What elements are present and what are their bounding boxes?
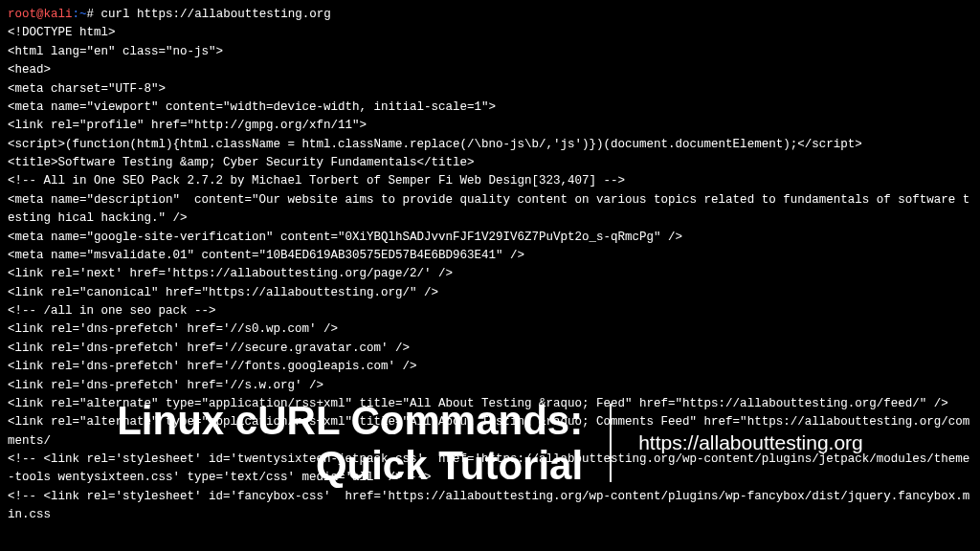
output-line: <meta name="google-site-verification" co… [8, 231, 682, 244]
vertical-divider [610, 404, 612, 482]
prompt-path: ~ [79, 8, 87, 21]
output-line: <link rel='next' href='https://allaboutt… [8, 267, 453, 280]
prompt-hash: # [87, 8, 95, 21]
output-line: <html lang="en" class="no-js"> [8, 45, 223, 58]
output-line: <script>(function(html){html.className =… [8, 138, 862, 151]
output-line: <link rel='dns-prefetch' href='//s0.wp.c… [8, 322, 338, 336]
output-line: <!-- /all in one seo pack --> [8, 304, 216, 318]
output-line: <head> [8, 63, 51, 77]
title-block: Linux cURL Commands: Quick Tutorial [117, 398, 583, 488]
output-line: <!-- All in One SEO Pack 2.7.2 by Michae… [8, 174, 625, 187]
output-line: <link rel="profile" href="http://gmpg.or… [8, 119, 367, 132]
output-line: <meta charset="UTF-8"> [8, 82, 166, 96]
output-line: <meta name="msvalidate.01" content="10B4… [8, 249, 524, 262]
output-line: <!DOCTYPE html> [8, 26, 116, 39]
output-line: <title>Software Testing &amp; Cyber Secu… [8, 156, 475, 169]
output-line: <meta name="description" content="Our we… [8, 193, 969, 225]
prompt-colon: : [73, 8, 80, 21]
prompt-at: @ [36, 8, 44, 21]
output-line: <meta name="viewport" content="width=dev… [8, 100, 496, 114]
title-line-1: Linux cURL Commands: [117, 398, 583, 443]
title-line-2: Quick Tutorial [117, 443, 583, 488]
command-text: curl https://allabouttesting.org [101, 8, 331, 21]
prompt-host: kali [44, 8, 73, 21]
prompt-user: root [8, 8, 36, 21]
output-line: <link rel='dns-prefetch' href='//secure.… [8, 342, 410, 355]
output-line: <link rel="canonical" href="https://alla… [8, 286, 438, 299]
title-overlay: Linux cURL Commands: Quick Tutorial http… [0, 371, 980, 515]
url-text: https://allabouttesting.org [638, 431, 863, 454]
